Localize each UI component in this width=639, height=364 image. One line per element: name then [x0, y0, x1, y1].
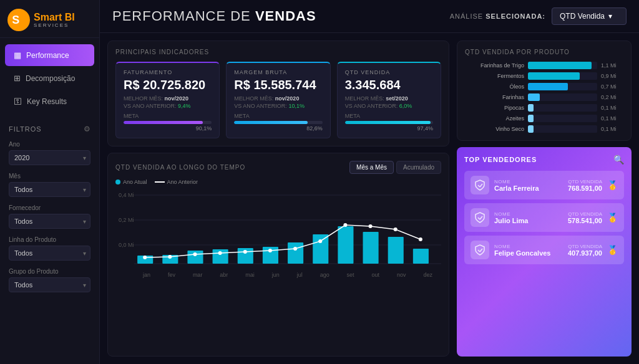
analise-label: ANÁLISE SELECIONADA:	[450, 12, 545, 20]
sidebar-item-label: Decomposição	[26, 74, 75, 83]
vendor-qtd-label-0: QTD Vendida	[568, 179, 602, 184]
svg-point-26	[268, 249, 272, 252]
svg-point-29	[343, 223, 347, 227]
page-header: PERFORMANCE DE VENDAS ANÁLISE SELECIONAD…	[100, 0, 639, 33]
kpi-margem-pct: 82,6%	[234, 125, 322, 132]
filter-fornecedor: Fornecedor Todos	[0, 201, 99, 232]
kpi-qtd-pct: 97,4%	[345, 125, 433, 132]
filter-mes: Mês Todos	[0, 169, 99, 201]
vendor-qtd-label-2: QTD Vendida	[568, 244, 602, 249]
top-vendedores-section: TOP VENDEDORES 🔍 Nome Carla Ferreira	[457, 147, 632, 357]
search-icon[interactable]: 🔍	[613, 155, 624, 165]
logo: S Smart BI SERVICES	[0, 0, 99, 38]
product-bar-2	[528, 83, 568, 90]
svg-point-27	[293, 247, 297, 251]
key-icon: ⚿	[14, 97, 22, 106]
logo-sub: SERVICES	[34, 22, 75, 28]
vendor-name-2: Felipe Goncalves	[494, 249, 563, 257]
kpi-row: FATURAMENTO R$ 20.725.820 MELHOR MÊS: no…	[115, 62, 441, 138]
svg-rect-18	[363, 232, 379, 264]
sidebar-item-decomposicao[interactable]: ⊞ Decomposição	[5, 67, 94, 89]
kpi-qtd-progress	[345, 121, 433, 124]
product-bar-container-2	[528, 83, 597, 90]
sidebar-item-performance[interactable]: ▦ Performance	[5, 44, 94, 66]
product-bar-container-5	[528, 115, 597, 122]
legend-anterior-line	[155, 181, 165, 183]
product-val-4: 0,1 Mi	[601, 105, 623, 111]
chart-title: QTD VENDIDA AO LONGO DO TEMPO	[115, 164, 245, 171]
svg-point-28	[318, 239, 322, 243]
grupo-select-wrapper[interactable]: Todos	[9, 277, 90, 292]
kpi-margem-value: R$ 15.585.744	[234, 78, 322, 92]
filter-grupo: Grupo do Produto Todos	[0, 264, 99, 296]
vendor-shield-2	[471, 241, 489, 259]
sidebar-item-label: Key Results	[27, 97, 67, 106]
sidebar-item-label: Performance	[26, 51, 69, 60]
product-bar-6	[528, 125, 534, 133]
kpi-margem: MARGEM BRUTA R$ 15.585.744 MELHOR MÊS: n…	[226, 62, 330, 138]
vendor-info-2: Nome Felipe Goncalves	[494, 244, 563, 257]
filtros-header: FILTROS ⚙	[0, 118, 99, 137]
kpi-qtd-value: 3.345.684	[345, 78, 433, 92]
product-val-6: 0,1 Mi	[601, 126, 623, 132]
svg-text:0,2 Mi: 0,2 Mi	[119, 217, 134, 223]
kpi-qtd-meta-label: META	[345, 113, 433, 119]
kpi-faturamento-vs: VS ANO ANTERIOR: 9,4%	[124, 103, 212, 109]
chart-legend: Ano Atual Ano Anterior	[115, 179, 441, 185]
svg-rect-17	[338, 226, 353, 264]
vendor-info-1: Nome Julio Lima	[494, 211, 563, 224]
legend-atual: Ano Atual	[115, 179, 147, 185]
svg-line-36	[480, 216, 482, 219]
vendor-name-0: Carla Ferreira	[494, 184, 563, 192]
product-name-4: Pipocas	[465, 105, 524, 111]
right-column: QTD VENDIDA POR PRODUTO Farinhas de Trig…	[457, 41, 632, 357]
filter-ano-label: Ano	[9, 141, 90, 148]
content-area: PRINCIPAIS INDICADORES FATURAMENTO R$ 20…	[100, 33, 639, 364]
vendor-right-2: QTD Vendida 407.937,00	[568, 244, 602, 257]
kpi-qtd-vs: VS ANO ANTERIOR: 6,0%	[345, 103, 433, 109]
filter-linha: Linha do Produto Todos	[0, 232, 99, 264]
product-bar-4	[528, 104, 534, 112]
svg-point-24	[218, 251, 222, 255]
product-bar-1	[528, 72, 580, 80]
product-chart-title: QTD VENDIDA POR PRODUTO	[465, 49, 623, 55]
mes-select-wrapper[interactable]: Todos	[9, 182, 90, 197]
vendor-medal-1: 🥇	[607, 213, 618, 223]
linha-select[interactable]: Todos	[9, 246, 90, 261]
kpi-section: PRINCIPAIS INDICADORES FATURAMENTO R$ 20…	[107, 41, 449, 146]
kpi-qtd-melhor: MELHOR MÊS: set/2020	[345, 95, 433, 102]
ano-select[interactable]: 2020 2019 2018	[9, 150, 90, 165]
vendor-qtd-val-0: 768.591,00	[568, 184, 602, 192]
tab-mes-a-mes[interactable]: Mês a Mês	[349, 161, 394, 174]
fornecedor-select-wrapper[interactable]: Todos	[9, 214, 90, 229]
svg-rect-19	[388, 237, 404, 264]
vendor-right-1: QTD Vendida 578.541,00	[568, 211, 602, 224]
kpi-qtd: QTD VENDIDA 3.345.684 MELHOR MÊS: set/20…	[337, 62, 441, 138]
sidebar-item-key-results[interactable]: ⚿ Key Results	[5, 90, 94, 112]
main-content: PERFORMANCE DE VENDAS ANÁLISE SELECIONAD…	[100, 0, 639, 364]
decompose-icon: ⊞	[14, 74, 21, 83]
mes-select[interactable]: Todos	[9, 182, 90, 197]
linha-select-wrapper[interactable]: Todos	[9, 246, 90, 261]
product-row-2: Óleos 0,7 Mi	[465, 83, 623, 90]
svg-text:0,4 Mi: 0,4 Mi	[119, 192, 134, 198]
tab-acumulado[interactable]: Acumulado	[396, 161, 441, 174]
vendor-qtd-label-1: QTD Vendida	[568, 211, 602, 217]
legend-atual-dot	[115, 180, 120, 184]
product-chart-section: QTD VENDIDA POR PRODUTO Farinhas de Trig…	[457, 41, 632, 141]
shield-icon-2	[474, 244, 485, 256]
vendor-qtd-val-1: 578.541,00	[568, 217, 602, 224]
fornecedor-select[interactable]: Todos	[9, 214, 90, 229]
vendor-label-0: Nome	[494, 179, 563, 184]
product-row-1: Fermentos 0,9 Mi	[465, 72, 623, 80]
chart-area: 0,4 Mi 0,2 Mi 0,0 Mi	[115, 189, 441, 270]
ano-select-wrapper[interactable]: 2020 2019 2018	[9, 150, 90, 165]
grupo-select[interactable]: Todos	[9, 277, 90, 292]
svg-point-21	[143, 256, 147, 259]
vendor-row-2: Nome Felipe Goncalves QTD Vendida 407.93…	[464, 236, 624, 264]
analise-select[interactable]: QTD Vendida ▾	[552, 7, 627, 25]
svg-point-30	[369, 224, 373, 228]
chart-header: QTD VENDIDA AO LONGO DO TEMPO Mês a Mês …	[115, 161, 441, 174]
filtros-title: FILTROS	[9, 125, 42, 133]
x-labels: jan fev mar abr mai jun jul ago set out …	[115, 272, 441, 278]
